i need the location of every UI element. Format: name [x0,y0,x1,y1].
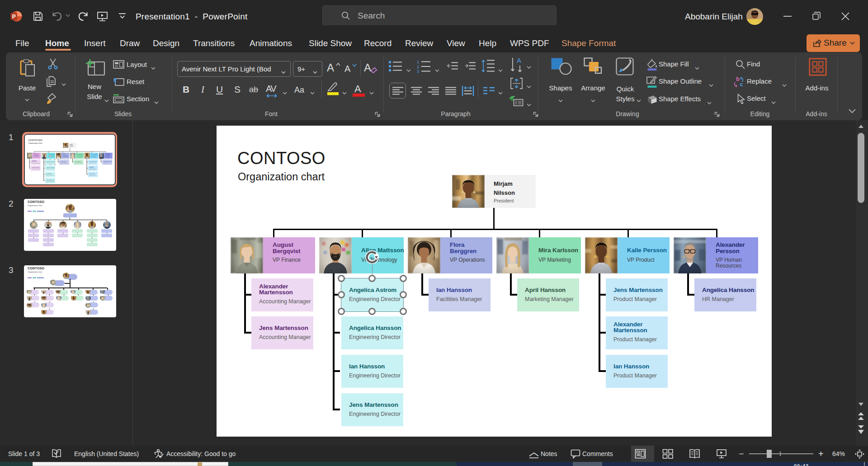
svg-text:2: 2 [417,64,419,69]
svg-text:1: 1 [417,59,419,64]
svg-text:P: P [12,14,16,20]
svg-text:c: c [740,81,743,88]
svg-text:A: A [517,57,521,64]
svg-text:b: b [736,76,740,82]
svg-text:3: 3 [417,69,419,73]
